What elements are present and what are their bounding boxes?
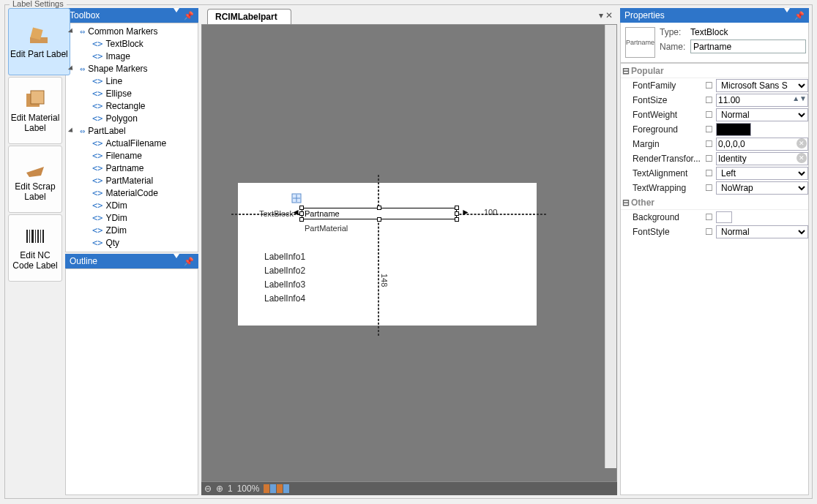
background-swatch[interactable] (716, 211, 732, 223)
properties-title: Properties (624, 8, 665, 23)
tree-item[interactable]: <>Polygon (66, 112, 198, 124)
fontweight-select[interactable]: Normal (716, 108, 808, 121)
tree-item[interactable]: <>Ellipse (66, 87, 198, 99)
toolbox-title: Toolbox (70, 8, 100, 23)
tree-item[interactable]: <>Rectangle (66, 99, 198, 112)
zoom-in-icon[interactable]: ⊕ (216, 484, 223, 494)
svg-rect-9 (31, 230, 34, 243)
fieldset-legend: Label Settings (10, 0, 67, 8)
tree-item[interactable]: <>XDim (66, 199, 198, 211)
selected-content: Partname (302, 209, 340, 218)
properties-object-header: Partname Type:TextBlock Name: (620, 23, 809, 63)
partmaterial-label: PartMaterial (305, 224, 348, 233)
view-mode-icons[interactable] (264, 484, 289, 493)
tree-item[interactable]: <>Line (66, 75, 198, 87)
edit-part-label-button[interactable]: Edit Part Label (8, 8, 70, 75)
properties-header[interactable]: Properties 📌 (620, 8, 809, 23)
design-surface[interactable]: 100 148 TextBlock Partname ◄ ► PartMater… (201, 24, 617, 482)
tree-item[interactable]: <>Description (66, 249, 198, 252)
left-editor-buttons: Edit Job Label Edit Material Label Edit … (8, 8, 62, 495)
textblock-drag-label: TextBlock (259, 209, 294, 218)
svg-rect-12 (40, 230, 41, 243)
svg-rect-11 (37, 230, 39, 243)
designer-tabs: RCIMLabelpart ▾ ✕ (201, 8, 617, 24)
reset-icon[interactable]: ✕ (797, 138, 807, 148)
part-label-icon (27, 24, 51, 48)
reset-icon[interactable]: ✕ (797, 153, 807, 163)
expand-icon[interactable] (67, 127, 75, 135)
svg-rect-8 (29, 230, 30, 243)
toolbox-tree[interactable]: ⇔Common Markers<>TextBlock<>Image⇔Shape … (65, 23, 198, 252)
properties-column: Properties 📌 Partname Type:TextBlock Nam… (620, 8, 809, 495)
pin-icon[interactable]: 📌 (184, 254, 194, 268)
dropdown-icon[interactable] (174, 8, 179, 12)
tree-group[interactable]: ⇔PartLabel (66, 124, 198, 137)
textwrap-select[interactable]: NoWrap (716, 181, 808, 195)
tree-item[interactable]: <>Filename (66, 149, 198, 162)
fontstyle-select[interactable]: Normal (716, 225, 808, 238)
dim-148: 148 (380, 274, 389, 287)
outline-body[interactable] (65, 268, 198, 495)
pin-icon[interactable]: 📌 (794, 8, 805, 23)
outline-title: Outline (70, 254, 97, 268)
barcode-icon (23, 225, 47, 249)
svg-marker-6 (26, 167, 44, 177)
vertical-scrollbar[interactable] (605, 25, 616, 468)
label-info-list: LabelInfo1 LabelInfo2 LabelInfo3 LabelIn… (264, 250, 305, 306)
designer-statusbar: ⊖ ⊕ 1 100% (201, 482, 617, 495)
dropdown-icon[interactable] (174, 254, 179, 258)
tree-item[interactable]: <>ActualFilename (66, 137, 198, 149)
toolbox-column: Toolbox 📌 ⇔Common Markers<>TextBlock<>Im… (65, 8, 198, 495)
tree-item[interactable]: <>TextBlock (66, 37, 198, 50)
edit-nc-code-label-button[interactable]: Edit NC Code Label (8, 214, 62, 282)
outline-header[interactable]: Outline 📌 (65, 254, 198, 268)
svg-rect-7 (26, 230, 28, 243)
tree-group[interactable]: ⇔Shape Markers (66, 62, 198, 75)
margin-input[interactable] (716, 138, 808, 151)
svg-rect-3 (31, 91, 44, 104)
toolbox-header[interactable]: Toolbox 📌 (65, 8, 198, 23)
type-value: TextBlock (690, 27, 728, 37)
tree-item[interactable]: <>YDim (66, 211, 198, 224)
material-label-icon (23, 88, 47, 111)
v-guideline (378, 175, 379, 336)
tab-dropdown-icon[interactable]: ▾ (599, 10, 603, 20)
fontfamily-select[interactable]: Microsoft Sans S (716, 79, 808, 92)
tree-item[interactable]: <>MaterialCode (66, 187, 198, 199)
svg-rect-10 (35, 230, 36, 243)
label-settings-group: Label Settings Edit Job Label Edit Mater… (4, 4, 813, 499)
tree-group[interactable]: ⇔Common Markers (66, 25, 198, 37)
pin-icon[interactable]: 📌 (184, 8, 194, 23)
move-handle-icon[interactable]: ► (461, 207, 470, 217)
tab-close-icon[interactable]: ✕ (605, 10, 613, 20)
preview-thumb: Partname (625, 27, 655, 58)
designer-column: RCIMLabelpart ▾ ✕ 100 148 TextBlock Part… (201, 8, 617, 495)
dropdown-icon[interactable] (784, 8, 790, 12)
edit-material-label-button[interactable]: Edit Material Label (8, 77, 62, 144)
name-input[interactable] (690, 40, 806, 53)
tree-item[interactable]: <>ZDim (66, 224, 198, 236)
selected-textblock[interactable]: Partname (302, 208, 457, 219)
textalign-select[interactable]: Left (716, 167, 808, 180)
move-handle-icon[interactable]: ◄ (291, 207, 300, 217)
section-other[interactable]: ⊟Other (621, 195, 808, 210)
zoom-out-icon[interactable]: ⊖ (204, 484, 212, 494)
dim-100: 100 (484, 208, 497, 217)
move-grip-icon[interactable] (290, 192, 303, 205)
tree-item[interactable]: <>PartMaterial (66, 174, 198, 187)
property-grid[interactable]: ⊟Popular FontFamily☐Microsoft Sans S Fon… (620, 63, 809, 495)
rendertransform-input[interactable] (716, 152, 808, 165)
tab-rcimlabelpart[interactable]: RCIMLabelpart (207, 9, 291, 24)
tree-item[interactable]: <>Partname (66, 162, 198, 174)
edit-scrap-label-button[interactable]: Edit Scrap Label (8, 146, 62, 213)
tree-item[interactable]: <>Qty (66, 236, 198, 249)
tree-item[interactable]: <>Image (66, 50, 198, 62)
section-popular[interactable]: ⊟Popular (621, 64, 808, 78)
svg-rect-13 (42, 230, 44, 243)
scrap-label-icon (23, 157, 47, 180)
foreground-swatch[interactable] (716, 123, 751, 136)
